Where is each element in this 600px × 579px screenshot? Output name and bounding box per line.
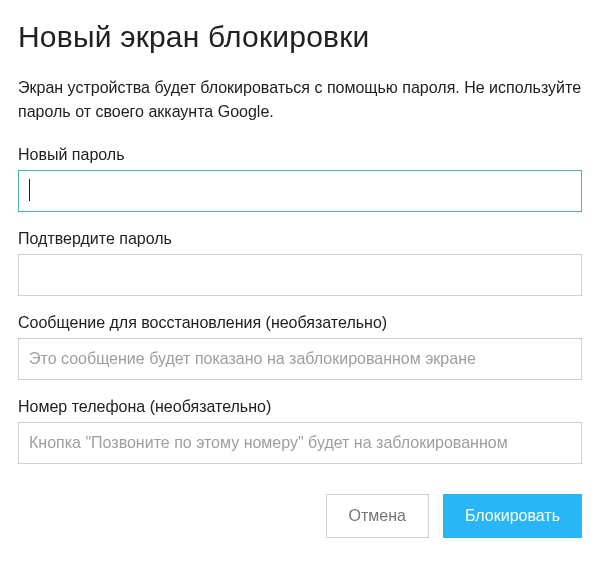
recovery-message-group: Сообщение для восстановления (необязател… bbox=[18, 314, 582, 380]
cancel-button[interactable]: Отмена bbox=[326, 494, 429, 538]
new-password-input[interactable] bbox=[18, 170, 582, 212]
text-caret bbox=[29, 179, 30, 201]
recovery-message-input[interactable] bbox=[18, 338, 582, 380]
confirm-password-input[interactable] bbox=[18, 254, 582, 296]
new-password-label: Новый пароль bbox=[18, 146, 582, 164]
phone-number-input[interactable] bbox=[18, 422, 582, 464]
confirm-password-group: Подтвердите пароль bbox=[18, 230, 582, 296]
phone-number-label: Номер телефона (необязательно) bbox=[18, 398, 582, 416]
lock-button[interactable]: Блокировать bbox=[443, 494, 582, 538]
page-title: Новый экран блокировки bbox=[18, 20, 582, 54]
button-row: Отмена Блокировать bbox=[18, 494, 582, 538]
recovery-message-label: Сообщение для восстановления (необязател… bbox=[18, 314, 582, 332]
new-password-group: Новый пароль bbox=[18, 146, 582, 212]
description-text: Экран устройства будет блокироваться с п… bbox=[18, 76, 582, 124]
confirm-password-label: Подтвердите пароль bbox=[18, 230, 582, 248]
phone-number-group: Номер телефона (необязательно) bbox=[18, 398, 582, 464]
